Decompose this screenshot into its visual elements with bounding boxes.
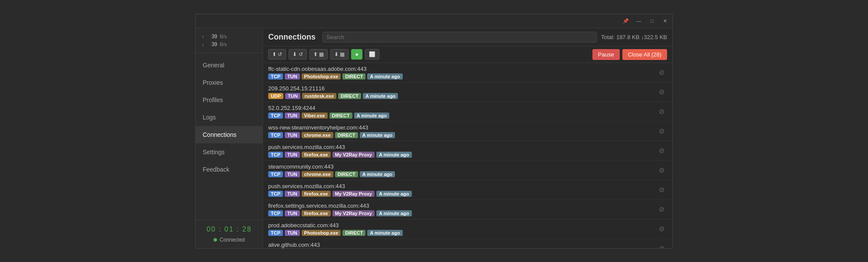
connections-list: ffc-static-cdn.oobesaas.adobe.com:443TCP… [263,63,672,248]
connection-close-button[interactable]: ⊘ [656,67,667,77]
connection-host: firefox.settings.services.mozilla.com:44… [268,202,656,209]
tag-time: A minute ago [360,171,395,177]
tag-direct: DIRECT [342,73,365,80]
download-chart-button[interactable]: ⬇ ▦ [330,49,349,60]
upload-import-button[interactable]: ⬆ ↺ [268,49,286,60]
sidebar-item-feedback[interactable]: Feedback [196,161,263,178]
connection-host: prod.adobeccstatic.com:443 [268,222,656,229]
sidebar-item-logs[interactable]: Logs [196,109,263,126]
pin-button[interactable]: 📌 [622,17,630,25]
table-row[interactable]: firefox.settings.services.mozilla.com:44… [263,200,672,219]
table-row[interactable]: push.services.mozilla.com:443TCPTUNfiref… [263,141,672,161]
download-value: 39 [207,41,217,47]
connection-close-button[interactable]: ⊘ [656,87,667,97]
sidebar-item-general[interactable]: General [196,56,263,74]
tag-time: A minute ago [376,152,411,158]
timer-minutes: 01 [224,226,234,233]
table-row[interactable]: steamcommunity.com:443TCPTUNchrome.exeDI… [263,161,672,180]
connection-tags: TCPTUNchrome.exeDIRECTA minute ago [268,171,656,177]
connection-host: alive.github.com:443 [268,242,656,248]
tag-app: chrome.exe [302,132,333,138]
tag-app: firefox.exe [302,152,331,158]
sidebar-item-connections[interactable]: Connections [196,126,263,143]
connection-tags: TCPTUNPhotoshop.exeDIRECTA minute ago [268,73,656,80]
timer-seconds: 28 [242,226,252,233]
connection-close-button[interactable]: ⊘ [656,165,667,175]
toolbar: ⬆ ↺ ⬇ ↺ ⬆ ▦ ⬇ ▦ ● ⬜ Pause Close All (28) [263,46,672,63]
connection-status: Connected [202,237,256,243]
connection-tags: UDPTUNrustdesk.exeDIRECTA minute ago [268,93,656,99]
connection-tags: TCPTUNchrome.exeDIRECTA minute ago [268,132,656,138]
tag-tcp: TCP [268,171,283,177]
connection-info: prod.adobeccstatic.com:443TCPTUNPhotosho… [268,222,656,236]
tag-app: Photoshop.exe [302,73,341,80]
pause-button[interactable]: Pause [592,49,620,60]
table-row[interactable]: ffc-static-cdn.oobesaas.adobe.com:443TCP… [263,63,672,83]
content-header: Connections Total: 187.8 KB ↓322.5 KB [263,28,672,46]
connection-tags: TCPTUNViber.exeDIRECTA minute ago [268,113,656,119]
download-import-button[interactable]: ⬇ ↺ [289,49,306,60]
tag-time: A minute ago [376,191,411,197]
tag-tcp: TCP [268,73,283,80]
timer-sep2: : [237,226,242,233]
connection-tags: TCPTUNfirefox.exeMy V2Ray ProxyA minute … [268,191,656,197]
upload-chart-button[interactable]: ⬆ ▦ [309,49,328,60]
table-row[interactable]: wss-new.steaminventoryhelper.com:443TCPT… [263,122,672,141]
tag-tun: TUN [285,191,300,197]
page-title: Connections [268,33,316,42]
tag-time: A minute ago [367,73,402,80]
tag-time: A minute ago [360,132,395,138]
active-toggle-button[interactable]: ● [351,49,362,60]
search-input[interactable] [322,32,597,43]
tag-proxy: My V2Ray Proxy [332,152,375,158]
tag-tcp: TCP [268,132,283,138]
tag-tun: TUN [285,210,300,216]
connection-info: push.services.mozilla.com:443TCPTUNfiref… [268,144,656,158]
connection-close-button[interactable]: ⊘ [656,146,667,156]
connection-close-button[interactable]: ⊘ [656,185,667,195]
tag-tun: TUN [285,113,300,119]
minimize-button[interactable]: — [635,17,643,25]
tag-direct: DIRECT [329,113,352,119]
close-all-button[interactable]: Close All (28) [622,49,667,60]
screen-button[interactable]: ⬜ [365,49,379,60]
download-unit: B/s [220,42,227,47]
tag-app: firefox.exe [302,191,331,197]
close-button[interactable]: ✕ [661,17,669,25]
connection-info: firefox.settings.services.mozilla.com:44… [268,202,656,216]
tag-udp: UDP [268,93,283,99]
main-layout: ↑ 39 B/s ↓ 39 B/s General Proxies [196,28,672,248]
table-row[interactable]: 52.0.252.159:4244TCPTUNViber.exeDIRECTA … [263,102,672,122]
connection-close-button[interactable]: ⊘ [656,243,667,248]
app-window: 📌 — □ ✕ ↑ 39 B/s ↓ 39 B/s General [195,14,673,249]
connection-close-button[interactable]: ⊘ [656,204,667,214]
content-area: Connections Total: 187.8 KB ↓322.5 KB ⬆ … [263,28,672,248]
tag-app: rustdesk.exe [302,93,336,99]
tag-direct: DIRECT [335,132,358,138]
sidebar-item-proxies[interactable]: Proxies [196,74,263,91]
table-row[interactable]: prod.adobeccstatic.com:443TCPTUNPhotosho… [263,219,672,239]
connection-info: steamcommunity.com:443TCPTUNchrome.exeDI… [268,163,656,177]
sidebar-item-settings[interactable]: Settings [196,143,263,161]
connection-info: 52.0.252.159:4244TCPTUNViber.exeDIRECTA … [268,105,656,119]
maximize-button[interactable]: □ [648,17,656,25]
tag-proxy: My V2Ray Proxy [332,191,375,197]
tag-app: chrome.exe [302,171,333,177]
tag-time: A minute ago [376,210,411,216]
connection-close-button[interactable]: ⊘ [656,126,667,136]
sidebar-item-profiles[interactable]: Profiles [196,91,263,109]
connected-dot-icon [214,238,217,242]
tag-direct: DIRECT [335,171,358,177]
upload-stat: ↑ 39 B/s [202,33,256,40]
connection-close-button[interactable]: ⊘ [656,224,667,234]
sidebar-stats: ↑ 39 B/s ↓ 39 B/s [196,28,263,53]
tag-tcp: TCP [268,152,283,158]
tag-time: A minute ago [354,113,389,119]
table-row[interactable]: 209.250.254.15:21116UDPTUNrustdesk.exeDI… [263,83,672,102]
sidebar-footer: 00 : 01 : 28 Connected [196,220,263,248]
table-row[interactable]: alive.github.com:443TCPTUNchrome.exeDIRE… [263,239,672,248]
table-row[interactable]: push.services.mozilla.com:443TCPTUNfiref… [263,180,672,200]
connection-close-button[interactable]: ⊘ [656,106,667,116]
tag-tun: TUN [285,93,300,99]
connection-tags: TCPTUNPhotoshop.exeDIRECTA minute ago [268,230,656,236]
